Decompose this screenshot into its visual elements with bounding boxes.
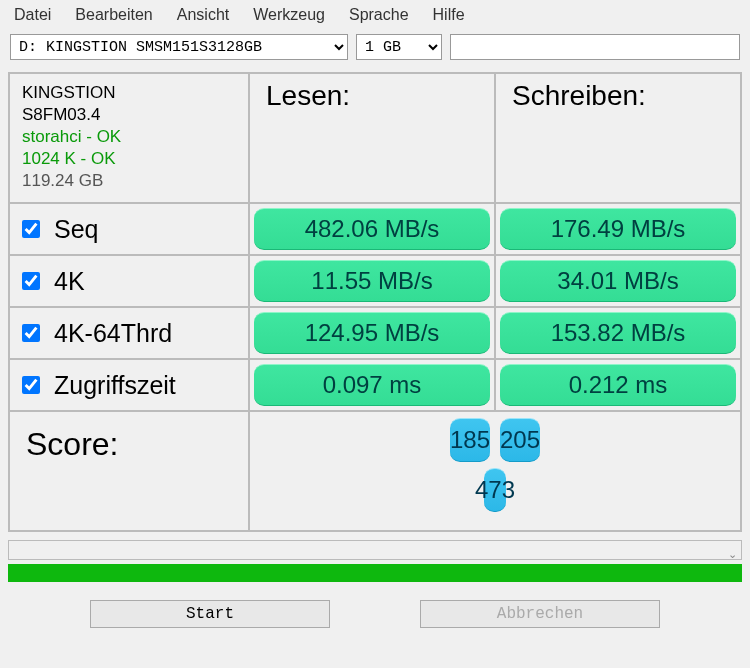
test-4k64-label: 4K-64Thrd <box>54 319 172 348</box>
score-total: 473 <box>484 468 506 512</box>
progress-complete <box>8 564 742 582</box>
header-row: KINGSTION S8FM03.4 storahci - OK 1024 K … <box>10 74 742 204</box>
acc-read-value: 0.097 ms <box>254 364 490 406</box>
k4_64-write-cell: 153.82 MB/s <box>496 308 742 358</box>
acc-write-cell: 0.212 ms <box>496 360 742 410</box>
row-access: Zugriffszeit 0.097 ms 0.212 ms <box>10 360 742 412</box>
score-write: 205 <box>500 418 540 462</box>
menu-help[interactable]: Hilfe <box>433 6 465 24</box>
progress-tick-icon: ⌄ <box>728 548 737 561</box>
capacity: 119.24 GB <box>22 170 103 192</box>
row-score: Score: 185 205 473 <box>10 412 742 532</box>
seq-read-value: 482.06 MB/s <box>254 208 490 250</box>
test-seq-label-cell: Seq <box>10 204 250 254</box>
test-4k-checkbox[interactable] <box>22 272 40 290</box>
seq-write-value: 176.49 MB/s <box>500 208 736 250</box>
row-4k: 4K 11.55 MB/s 34.01 MB/s <box>10 256 742 308</box>
menu-tool[interactable]: Werkzeug <box>253 6 325 24</box>
test-seq-label: Seq <box>54 215 98 244</box>
results-grid: KINGSTION S8FM03.4 storahci - OK 1024 K … <box>8 72 742 532</box>
test-4k64-checkbox[interactable] <box>22 324 40 342</box>
test-4k-label: 4K <box>54 267 85 296</box>
progress-idle: ⌄ <box>8 540 742 560</box>
drive-name: KINGSTION <box>22 82 116 104</box>
menu-view[interactable]: Ansicht <box>177 6 229 24</box>
score-values: 185 205 473 <box>250 412 742 530</box>
k4_64-read-cell: 124.95 MB/s <box>250 308 496 358</box>
test-seq-checkbox[interactable] <box>22 220 40 238</box>
acc-write-value: 0.212 ms <box>500 364 736 406</box>
test-4k64-label-cell: 4K-64Thrd <box>10 308 250 358</box>
menu-bar: Datei Bearbeiten Ansicht Werkzeug Sprach… <box>0 0 750 30</box>
start-button[interactable]: Start <box>90 600 330 628</box>
drive-select[interactable]: D: KINGSTION SMSM151S3128GB <box>10 34 348 60</box>
block-status: 1024 K - OK <box>22 148 116 170</box>
acc-read-cell: 0.097 ms <box>250 360 496 410</box>
k4-read-value: 11.55 MB/s <box>254 260 490 302</box>
row-4k64: 4K-64Thrd 124.95 MB/s 153.82 MB/s <box>10 308 742 360</box>
test-access-label: Zugriffszeit <box>54 371 176 400</box>
write-header: Schreiben: <box>496 74 742 202</box>
test-4k-label-cell: 4K <box>10 256 250 306</box>
cancel-button: Abbrechen <box>420 600 660 628</box>
k4-write-cell: 34.01 MB/s <box>496 256 742 306</box>
progress-area: ⌄ <box>8 540 742 582</box>
k4_64-read-value: 124.95 MB/s <box>254 312 490 354</box>
menu-file[interactable]: Datei <box>14 6 51 24</box>
k4_64-write-value: 153.82 MB/s <box>500 312 736 354</box>
score-read: 185 <box>450 418 490 462</box>
menu-edit[interactable]: Bearbeiten <box>75 6 152 24</box>
test-access-checkbox[interactable] <box>22 376 40 394</box>
score-label: Score: <box>10 412 250 530</box>
k4-write-value: 34.01 MB/s <box>500 260 736 302</box>
drive-info: KINGSTION S8FM03.4 storahci - OK 1024 K … <box>10 74 250 202</box>
row-seq: Seq 482.06 MB/s 176.49 MB/s <box>10 204 742 256</box>
search-input[interactable] <box>450 34 740 60</box>
k4-read-cell: 11.55 MB/s <box>250 256 496 306</box>
firmware-version: S8FM03.4 <box>22 104 100 126</box>
seq-read-cell: 482.06 MB/s <box>250 204 496 254</box>
test-size-select[interactable]: 1 GB <box>356 34 442 60</box>
driver-status: storahci - OK <box>22 126 121 148</box>
seq-write-cell: 176.49 MB/s <box>496 204 742 254</box>
button-bar: Start Abbrechen <box>0 600 750 628</box>
toolbar: D: KINGSTION SMSM151S3128GB 1 GB <box>0 30 750 68</box>
test-access-label-cell: Zugriffszeit <box>10 360 250 410</box>
menu-language[interactable]: Sprache <box>349 6 409 24</box>
read-header: Lesen: <box>250 74 496 202</box>
